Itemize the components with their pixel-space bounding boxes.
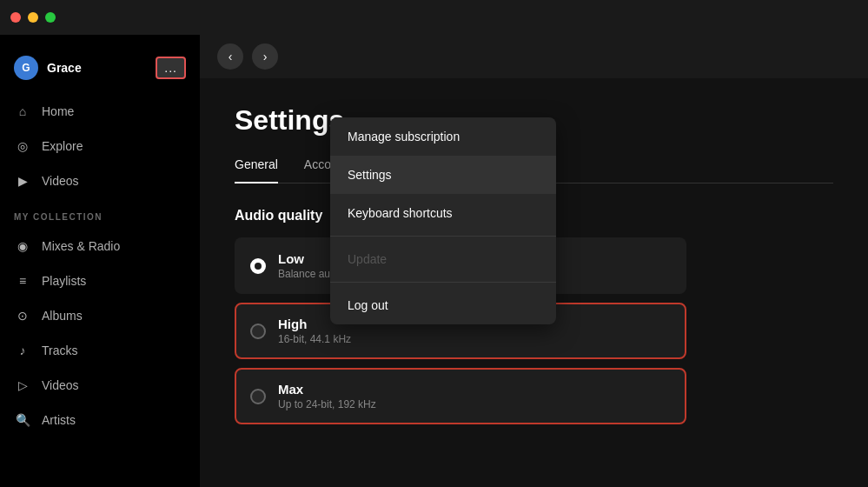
sidebar-item-home[interactable]: ⌂ Home xyxy=(0,94,200,129)
sidebar-item-mixes[interactable]: ◉ Mixes & Radio xyxy=(0,229,200,264)
more-button[interactable]: ... xyxy=(156,57,186,79)
menu-item-settings[interactable]: Settings xyxy=(330,156,556,194)
sidebar: G Grace ... ⌂ Home ◎ Explore ▶ Videos MY… xyxy=(0,35,200,487)
maximize-button[interactable] xyxy=(45,12,56,23)
user-row: G Grace ... xyxy=(0,49,200,87)
music-icon: ♪ xyxy=(14,342,31,359)
radio-icon: ◉ xyxy=(14,237,31,255)
dropdown-menu: Manage subscription Settings Keyboard sh… xyxy=(330,117,556,324)
sidebar-item-videos[interactable]: ▶ Videos xyxy=(0,163,200,198)
sidebar-item-artists[interactable]: 🔍 Artists xyxy=(0,403,200,437)
disc-icon: ⊙ xyxy=(14,307,31,324)
sidebar-item-playlists[interactable]: ≡ Playlists xyxy=(0,264,200,298)
tab-general[interactable]: General xyxy=(235,157,278,183)
avatar: G xyxy=(14,56,38,80)
menu-item-keyboard[interactable]: Keyboard shortcuts xyxy=(330,194,556,232)
sidebar-item-albums[interactable]: ⊙ Albums xyxy=(0,298,200,333)
titlebar xyxy=(0,0,868,35)
play-icon: ▷ xyxy=(14,377,31,394)
back-button[interactable]: ‹ xyxy=(217,43,243,70)
compass-icon: ◎ xyxy=(14,137,31,155)
menu-divider-2 xyxy=(330,282,556,283)
artist-icon: 🔍 xyxy=(14,411,31,429)
collection-label: MY COLLECTION xyxy=(0,198,200,229)
sidebar-item-videos-col[interactable]: ▷ Videos xyxy=(0,368,200,403)
radio-low xyxy=(250,258,266,274)
home-icon: ⌂ xyxy=(14,103,31,120)
menu-item-update: Update xyxy=(330,240,556,278)
sidebar-item-tracks[interactable]: ♪ Tracks xyxy=(0,333,200,368)
menu-item-manage-sub[interactable]: Manage subscription xyxy=(330,117,556,156)
option-high-desc: 16-bit, 44.1 kHz xyxy=(278,333,671,345)
video-icon: ▶ xyxy=(14,172,31,190)
minimize-button[interactable] xyxy=(28,12,38,23)
content: ‹ › Settings General Account Beta featur… xyxy=(200,35,868,487)
option-max-desc: Up to 24-bit, 192 kHz xyxy=(278,398,671,410)
option-max-label: Max xyxy=(278,382,671,397)
list-icon: ≡ xyxy=(14,272,31,290)
user-name: Grace xyxy=(47,61,82,75)
app-body: G Grace ... ⌂ Home ◎ Explore ▶ Videos MY… xyxy=(0,35,868,487)
forward-button[interactable]: › xyxy=(252,43,278,70)
sidebar-item-explore[interactable]: ◎ Explore xyxy=(0,129,200,163)
close-button[interactable] xyxy=(10,12,21,23)
topbar: ‹ › xyxy=(200,35,868,78)
audio-option-max[interactable]: Max Up to 24-bit, 192 kHz xyxy=(235,368,686,424)
menu-divider xyxy=(330,236,556,237)
radio-high xyxy=(250,324,266,339)
menu-item-logout[interactable]: Log out xyxy=(330,286,556,324)
radio-max xyxy=(250,389,266,404)
